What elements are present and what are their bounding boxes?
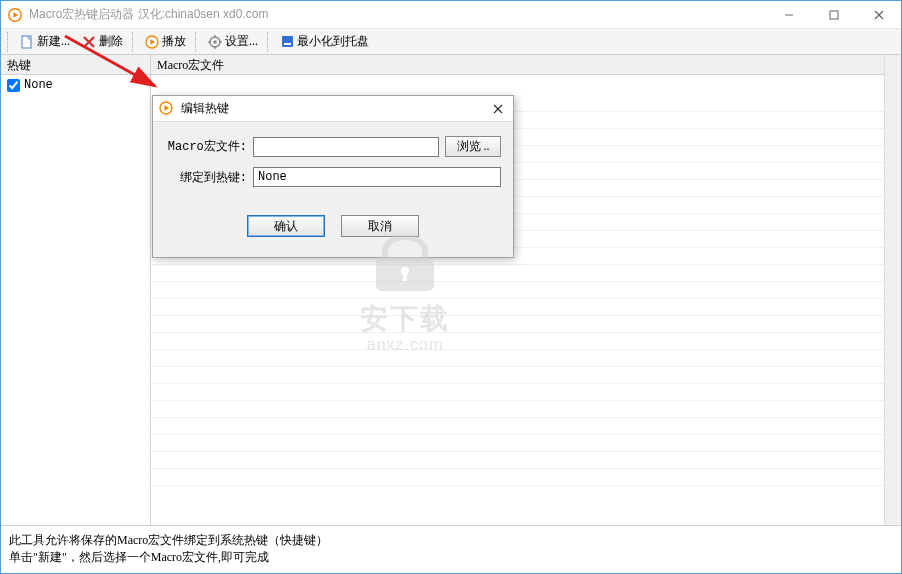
toolbar-separator xyxy=(132,32,136,52)
play-circle-icon xyxy=(145,35,159,49)
toolbar-separator xyxy=(267,32,271,52)
hotkey-header: 热键 xyxy=(1,55,150,75)
edit-hotkey-dialog: 编辑热键 Macro宏文件: 浏览 .. 绑定到热键: 确认 取消 xyxy=(152,95,514,258)
delete-button[interactable]: 删除 xyxy=(77,31,128,52)
gear-icon xyxy=(208,35,222,49)
maximize-button[interactable] xyxy=(811,1,856,28)
app-icon xyxy=(7,7,23,23)
toolbar: 新建... 删除 播放 设置... 最小化到托盘 xyxy=(1,29,901,55)
window-title: Macro宏热键启动器 汉化:china0sen xd0.com xyxy=(29,6,766,23)
status-footer: 此工具允许将保存的Macro宏文件绑定到系统热键（快捷键） 单击"新建"，然后选… xyxy=(1,525,901,573)
svg-rect-16 xyxy=(284,43,291,45)
dialog-close-button[interactable] xyxy=(489,100,507,118)
minimize-button[interactable] xyxy=(766,1,811,28)
document-new-icon xyxy=(20,35,34,49)
footer-line2: 单击"新建"，然后选择一个Macro宏文件,即可完成 xyxy=(9,549,893,566)
macro-file-label: Macro宏文件: xyxy=(165,138,247,155)
play-circle-icon xyxy=(159,101,175,117)
close-button[interactable] xyxy=(856,1,901,28)
hotkey-checkbox[interactable] xyxy=(7,79,20,92)
minimize-to-tray-button[interactable]: 最小化到托盘 xyxy=(275,31,374,52)
dialog-body: Macro宏文件: 浏览 .. 绑定到热键: 确认 取消 xyxy=(153,122,513,257)
hotkey-label: None xyxy=(24,78,53,92)
settings-button[interactable]: 设置... xyxy=(203,31,263,52)
vertical-scrollbar[interactable] xyxy=(884,55,901,525)
footer-line1: 此工具允许将保存的Macro宏文件绑定到系统热键（快捷键） xyxy=(9,532,893,549)
bind-hotkey-label: 绑定到热键: xyxy=(165,169,247,186)
bind-hotkey-input[interactable] xyxy=(253,167,501,187)
svg-point-10 xyxy=(213,40,217,44)
svg-rect-15 xyxy=(282,36,293,47)
browse-button[interactable]: 浏览 .. xyxy=(445,136,501,157)
macro-file-input[interactable] xyxy=(253,137,439,157)
delete-x-icon xyxy=(82,35,96,49)
play-button[interactable]: 播放 xyxy=(140,31,191,52)
hotkey-panel: 热键 None xyxy=(1,55,151,525)
toolbar-grip xyxy=(7,32,11,52)
ok-button[interactable]: 确认 xyxy=(247,215,325,237)
titlebar: Macro宏热键启动器 汉化:china0sen xd0.com xyxy=(1,1,901,29)
cancel-button[interactable]: 取消 xyxy=(341,215,419,237)
dialog-title: 编辑热键 xyxy=(181,100,489,117)
hotkey-row[interactable]: None xyxy=(1,75,150,95)
app-window: Macro宏热键启动器 汉化:china0sen xd0.com 新建... 删… xyxy=(0,0,902,574)
minimize-tray-icon xyxy=(280,35,294,49)
toolbar-separator xyxy=(195,32,199,52)
new-button[interactable]: 新建... xyxy=(15,31,75,52)
svg-rect-2 xyxy=(830,11,838,19)
macro-header: Macro宏文件 xyxy=(151,55,901,75)
window-controls xyxy=(766,1,901,28)
dialog-titlebar[interactable]: 编辑热键 xyxy=(153,96,513,122)
